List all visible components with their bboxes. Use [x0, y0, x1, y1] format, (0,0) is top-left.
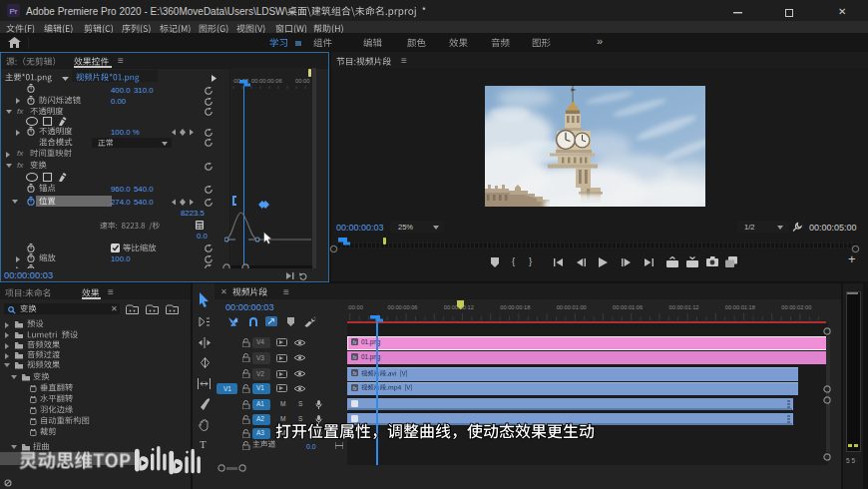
svg-text:fx: fx [353, 339, 357, 345]
svg-text:Pr: Pr [10, 7, 18, 16]
svg-text:fx: fx [353, 385, 357, 391]
svg-text:fx: fx [353, 370, 357, 376]
svg-text:fx: fx [353, 354, 357, 360]
